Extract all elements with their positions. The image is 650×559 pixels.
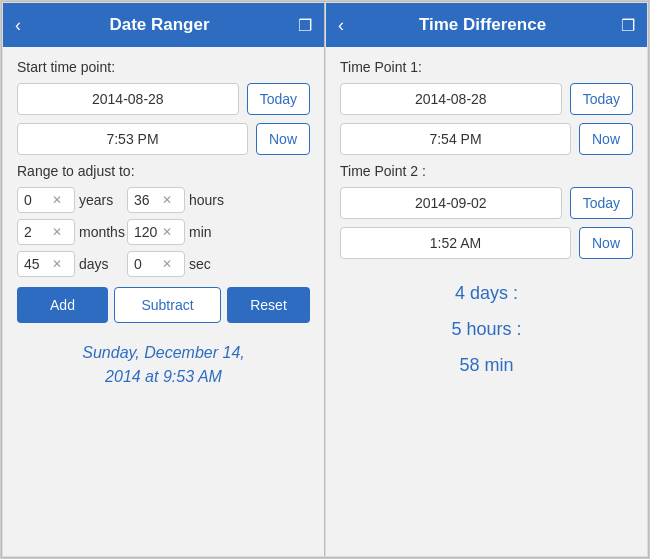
left-title: Date Ranger <box>109 15 209 35</box>
left-share-icon[interactable]: ❐ <box>298 16 312 35</box>
min-input[interactable] <box>134 224 162 240</box>
diff-result: 4 days : 5 hours : 58 min <box>340 275 633 383</box>
time2-input[interactable]: 1:52 AM <box>340 227 571 259</box>
right-title: Time Difference <box>419 15 546 35</box>
years-label: years <box>79 192 123 208</box>
time2-row: 1:52 AM Now <box>340 227 633 259</box>
days-clear[interactable]: ✕ <box>52 258 62 270</box>
time1-row: 7:54 PM Now <box>340 123 633 155</box>
hours-input[interactable] <box>134 192 162 208</box>
time-difference-panel: ‹ Time Difference ❐ Time Point 1: 2014-0… <box>325 2 648 557</box>
date1-input[interactable]: 2014-08-28 <box>340 83 562 115</box>
min-input-wrap[interactable]: ✕ <box>127 219 185 245</box>
hours-input-wrap[interactable]: ✕ <box>127 187 185 213</box>
action-row: Add Subtract Reset <box>17 287 310 323</box>
date-row: 2014-08-28 Today <box>17 83 310 115</box>
months-clear[interactable]: ✕ <box>52 226 62 238</box>
left-back-icon[interactable]: ‹ <box>15 15 21 36</box>
date2-row: 2014-09-02 Today <box>340 187 633 219</box>
today1-button[interactable]: Today <box>570 83 633 115</box>
months-label: months <box>79 224 123 240</box>
point1-label: Time Point 1: <box>340 59 633 75</box>
sec-clear[interactable]: ✕ <box>162 258 172 270</box>
days-input[interactable] <box>24 256 52 272</box>
diff-days: 4 days : <box>340 275 633 311</box>
days-label: days <box>79 256 123 272</box>
min-label: min <box>189 224 233 240</box>
start-label: Start time point: <box>17 59 310 75</box>
years-clear[interactable]: ✕ <box>52 194 62 206</box>
diff-hours: 5 hours : <box>340 311 633 347</box>
time1-input[interactable]: 7:54 PM <box>340 123 571 155</box>
right-header: ‹ Time Difference ❐ <box>326 3 647 47</box>
right-share-icon[interactable]: ❐ <box>621 16 635 35</box>
sec-label: sec <box>189 256 233 272</box>
diff-min: 58 min <box>340 347 633 383</box>
left-header: ‹ Date Ranger ❐ <box>3 3 324 47</box>
today-button[interactable]: Today <box>247 83 310 115</box>
now-button[interactable]: Now <box>256 123 310 155</box>
days-input-wrap[interactable]: ✕ <box>17 251 75 277</box>
point2-label: Time Point 2 : <box>340 163 633 179</box>
result-text: Sunday, December 14,2014 at 9:53 AM <box>17 341 310 389</box>
min-clear[interactable]: ✕ <box>162 226 172 238</box>
years-input-wrap[interactable]: ✕ <box>17 187 75 213</box>
range-label: Range to adjust to: <box>17 163 310 179</box>
date2-input[interactable]: 2014-09-02 <box>340 187 562 219</box>
time-row: 7:53 PM Now <box>17 123 310 155</box>
date1-row: 2014-08-28 Today <box>340 83 633 115</box>
start-date-input[interactable]: 2014-08-28 <box>17 83 239 115</box>
range-row-0: ✕ years ✕ hours <box>17 187 310 213</box>
range-row-1: ✕ months ✕ min <box>17 219 310 245</box>
subtract-button[interactable]: Subtract <box>114 287 221 323</box>
hours-label: hours <box>189 192 233 208</box>
today2-button[interactable]: Today <box>570 187 633 219</box>
months-input[interactable] <box>24 224 52 240</box>
start-time-input[interactable]: 7:53 PM <box>17 123 248 155</box>
now1-button[interactable]: Now <box>579 123 633 155</box>
add-button[interactable]: Add <box>17 287 108 323</box>
years-input[interactable] <box>24 192 52 208</box>
date-ranger-panel: ‹ Date Ranger ❐ Start time point: 2014-0… <box>2 2 325 557</box>
now2-button[interactable]: Now <box>579 227 633 259</box>
reset-button[interactable]: Reset <box>227 287 310 323</box>
hours-clear[interactable]: ✕ <box>162 194 172 206</box>
range-row-2: ✕ days ✕ sec <box>17 251 310 277</box>
sec-input-wrap[interactable]: ✕ <box>127 251 185 277</box>
months-input-wrap[interactable]: ✕ <box>17 219 75 245</box>
right-back-icon[interactable]: ‹ <box>338 15 344 36</box>
sec-input[interactable] <box>134 256 162 272</box>
